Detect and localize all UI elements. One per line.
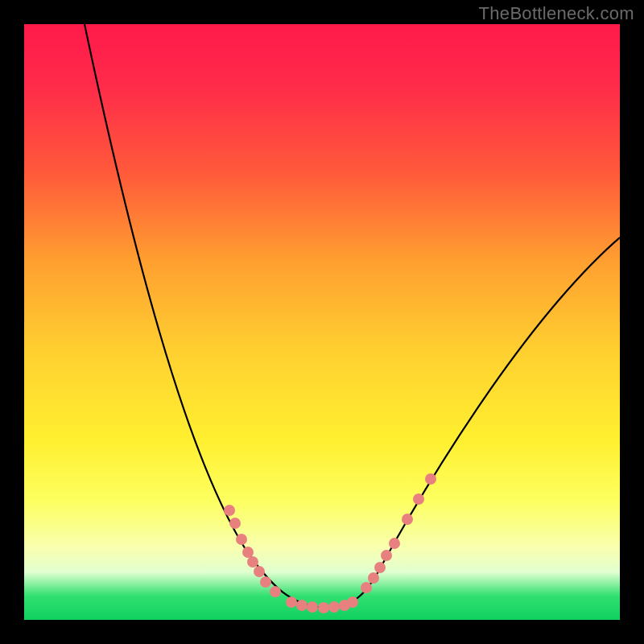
data-dot	[425, 473, 436, 485]
data-dot	[347, 597, 358, 608]
data-dot	[307, 601, 318, 613]
data-dot	[361, 582, 372, 593]
data-dot	[224, 505, 235, 516]
chart-frame: TheBottleneck.com	[0, 0, 644, 644]
data-dot	[260, 576, 271, 588]
data-dot	[389, 538, 400, 549]
data-dot	[247, 556, 258, 568]
data-dot	[328, 601, 340, 613]
data-dot	[413, 493, 424, 505]
data-dot	[381, 550, 392, 561]
plot-area	[24, 24, 620, 620]
data-dot	[402, 514, 413, 525]
data-dot	[368, 572, 379, 584]
dots-group	[224, 473, 436, 613]
data-dot	[270, 586, 281, 597]
data-dot	[296, 600, 308, 611]
data-dot	[254, 566, 265, 577]
data-dot	[374, 562, 386, 573]
data-dot	[229, 518, 241, 529]
bottleneck-curve	[85, 24, 620, 608]
curve-svg	[24, 24, 620, 620]
data-dot	[236, 534, 247, 545]
watermark-text: TheBottleneck.com	[479, 3, 634, 24]
data-dot	[318, 602, 329, 613]
data-dot	[242, 547, 254, 558]
data-dot	[286, 597, 297, 608]
